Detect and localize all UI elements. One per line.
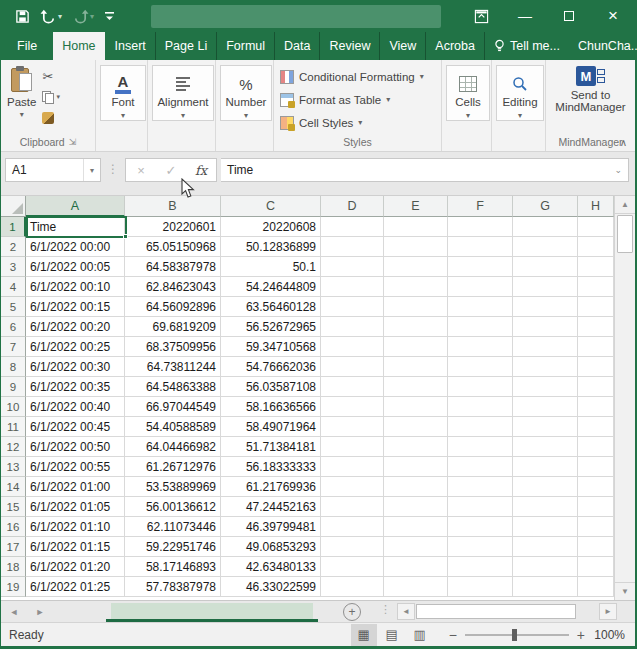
cell-G15[interactable]: [513, 497, 578, 517]
cell-G6[interactable]: [513, 317, 578, 337]
cell-C15[interactable]: 47.24452163: [221, 497, 321, 517]
row-header-16[interactable]: 16: [1, 517, 26, 537]
cell-H10[interactable]: [578, 397, 614, 417]
cell-E6[interactable]: [384, 317, 448, 337]
cell-C16[interactable]: 46.39799481: [221, 517, 321, 537]
cell-E18[interactable]: [384, 557, 448, 577]
cell-H2[interactable]: [578, 237, 614, 257]
row-header-3[interactable]: 3: [1, 257, 26, 277]
cell-D7[interactable]: [321, 337, 384, 357]
cell-E8[interactable]: [384, 357, 448, 377]
cell-F14[interactable]: [448, 477, 513, 497]
cell-E2[interactable]: [384, 237, 448, 257]
vertical-scroll-thumb[interactable]: [617, 215, 633, 253]
cell-D15[interactable]: [321, 497, 384, 517]
cell-B7[interactable]: 68.37509956: [125, 337, 221, 357]
tab-formulas[interactable]: Formul: [217, 32, 275, 60]
cell-H15[interactable]: [578, 497, 614, 517]
minimize-icon[interactable]: —: [503, 0, 547, 32]
cell-G7[interactable]: [513, 337, 578, 357]
cell-A17[interactable]: 6/1/2022 01:15: [26, 537, 125, 557]
cell-A15[interactable]: 6/1/2022 01:05: [26, 497, 125, 517]
save-icon[interactable]: [15, 9, 30, 24]
row-header-1[interactable]: 1: [1, 217, 26, 237]
cell-H1[interactable]: [578, 217, 614, 237]
column-header-G[interactable]: G: [513, 196, 578, 217]
row-header-11[interactable]: 11: [1, 417, 26, 437]
cell-B19[interactable]: 57.78387978: [125, 577, 221, 597]
row-header-6[interactable]: 6: [1, 317, 26, 337]
cell-D10[interactable]: [321, 397, 384, 417]
column-header-H[interactable]: H: [578, 196, 614, 217]
zoom-level[interactable]: 100%: [587, 628, 625, 642]
cell-styles-button[interactable]: Cell Styles▾: [280, 113, 433, 132]
cell-E11[interactable]: [384, 417, 448, 437]
cell-A13[interactable]: 6/1/2022 00:55: [26, 457, 125, 477]
formula-bar-expand-icon[interactable]: ⌄: [614, 165, 622, 175]
row-header-17[interactable]: 17: [1, 537, 26, 557]
cell-C1[interactable]: 20220608: [221, 217, 321, 237]
cell-D4[interactable]: [321, 277, 384, 297]
cell-C14[interactable]: 61.21769936: [221, 477, 321, 497]
cell-B6[interactable]: 69.6819209: [125, 317, 221, 337]
cell-A19[interactable]: 6/1/2022 01:25: [26, 577, 125, 597]
cell-C19[interactable]: 46.33022599: [221, 577, 321, 597]
cell-F10[interactable]: [448, 397, 513, 417]
cell-E10[interactable]: [384, 397, 448, 417]
cell-B12[interactable]: 64.04466982: [125, 437, 221, 457]
cell-G4[interactable]: [513, 277, 578, 297]
cell-E19[interactable]: [384, 577, 448, 597]
cell-G2[interactable]: [513, 237, 578, 257]
scroll-down-icon[interactable]: ▼: [615, 582, 635, 600]
cell-B5[interactable]: 64.56092896: [125, 297, 221, 317]
undo-icon[interactable]: ▾: [40, 9, 62, 24]
cell-B17[interactable]: 59.22951746: [125, 537, 221, 557]
select-all-corner[interactable]: [1, 196, 26, 217]
sheet-bar-splitter[interactable]: ⋮: [380, 603, 391, 616]
cell-A5[interactable]: 6/1/2022 00:15: [26, 297, 125, 317]
cell-D8[interactable]: [321, 357, 384, 377]
cell-H4[interactable]: [578, 277, 614, 297]
cell-C5[interactable]: 63.56460128: [221, 297, 321, 317]
row-header-18[interactable]: 18: [1, 557, 26, 577]
format-as-table-button[interactable]: Format as Table▾: [280, 90, 433, 109]
cell-B14[interactable]: 53.53889969: [125, 477, 221, 497]
cell-D6[interactable]: [321, 317, 384, 337]
row-header-10[interactable]: 10: [1, 397, 26, 417]
cell-F4[interactable]: [448, 277, 513, 297]
cell-B13[interactable]: 61.26712976: [125, 457, 221, 477]
cell-G10[interactable]: [513, 397, 578, 417]
cell-G18[interactable]: [513, 557, 578, 577]
tell-me-box[interactable]: Tell me...: [485, 32, 569, 60]
cell-D12[interactable]: [321, 437, 384, 457]
cell-A16[interactable]: 6/1/2022 01:10: [26, 517, 125, 537]
column-header-B[interactable]: B: [125, 196, 221, 217]
cell-H11[interactable]: [578, 417, 614, 437]
cell-H7[interactable]: [578, 337, 614, 357]
cell-G5[interactable]: [513, 297, 578, 317]
clipboard-dialog-launcher-icon[interactable]: ⇲: [69, 137, 77, 147]
cell-E16[interactable]: [384, 517, 448, 537]
cell-G19[interactable]: [513, 577, 578, 597]
cell-C3[interactable]: 50.1: [221, 257, 321, 277]
cell-E14[interactable]: [384, 477, 448, 497]
scroll-up-icon[interactable]: ▲: [615, 196, 635, 214]
cell-H12[interactable]: [578, 437, 614, 457]
row-header-19[interactable]: 19: [1, 577, 26, 597]
cell-A9[interactable]: 6/1/2022 00:35: [26, 377, 125, 397]
paste-button[interactable]: Paste ▾: [3, 62, 40, 135]
column-header-C[interactable]: C: [221, 196, 321, 217]
cell-B15[interactable]: 56.00136612: [125, 497, 221, 517]
tab-insert[interactable]: Insert: [106, 32, 156, 60]
editing-group-button[interactable]: Editing ▾: [496, 65, 544, 121]
number-group-button[interactable]: % Number ▾: [220, 65, 272, 121]
cell-D2[interactable]: [321, 237, 384, 257]
cell-H9[interactable]: [578, 377, 614, 397]
row-header-14[interactable]: 14: [1, 477, 26, 497]
collapse-ribbon-icon[interactable]: ∧: [620, 137, 627, 148]
qat-customize-icon[interactable]: [104, 10, 115, 22]
cell-A2[interactable]: 6/1/2022 00:00: [26, 237, 125, 257]
cell-E4[interactable]: [384, 277, 448, 297]
cell-F3[interactable]: [448, 257, 513, 277]
cell-H19[interactable]: [578, 577, 614, 597]
